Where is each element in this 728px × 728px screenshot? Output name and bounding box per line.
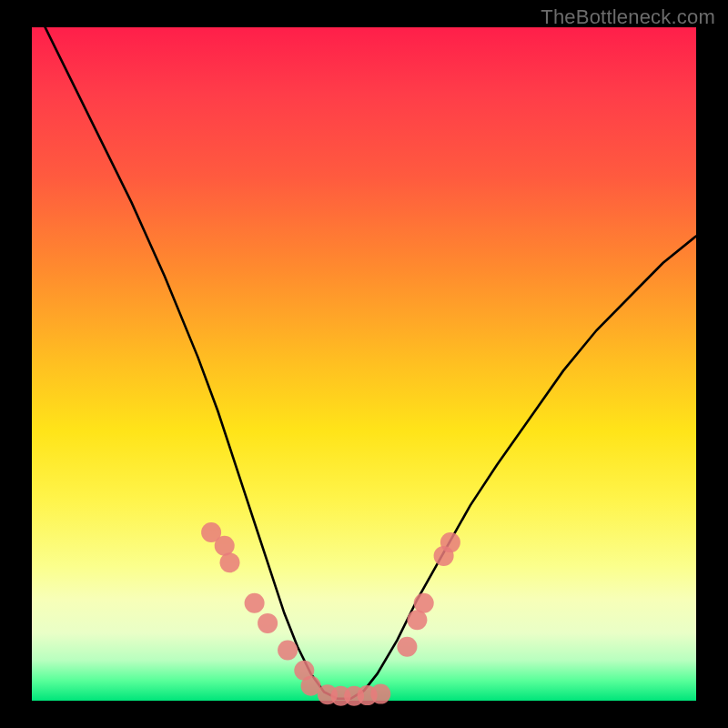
bottleneck-curve bbox=[32, 0, 696, 698]
highlight-dot bbox=[220, 552, 240, 572]
highlight-dot bbox=[278, 641, 298, 661]
chart-frame: TheBottleneck.com bbox=[0, 0, 728, 728]
highlight-dot bbox=[397, 637, 417, 657]
highlight-dot bbox=[258, 613, 278, 633]
highlight-dot bbox=[440, 532, 460, 552]
watermark-text: TheBottleneck.com bbox=[541, 5, 715, 29]
curve-layer bbox=[32, 27, 696, 701]
plot-area bbox=[32, 27, 696, 701]
highlight-dot bbox=[414, 593, 434, 613]
highlight-dot bbox=[245, 593, 265, 613]
highlight-dots bbox=[201, 522, 460, 706]
highlight-dot bbox=[370, 684, 390, 704]
